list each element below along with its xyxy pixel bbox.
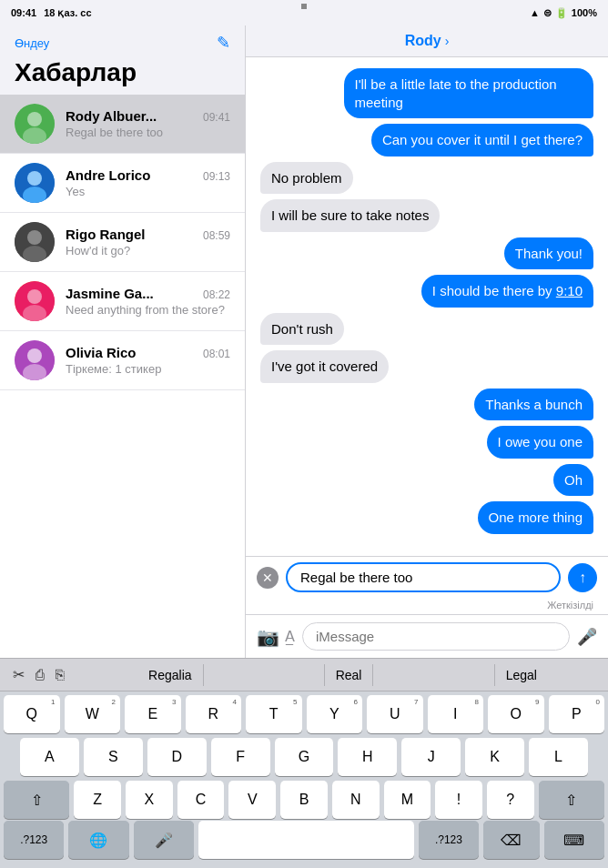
conv-top-olivia: Olivia Rico 08:01 bbox=[66, 345, 230, 360]
key-q[interactable]: 1Q bbox=[4, 695, 60, 733]
cut-icon[interactable]: ✂ bbox=[7, 662, 30, 687]
suggestion-regalia[interactable]: Regalia bbox=[137, 664, 203, 686]
conversation-item-olivia[interactable]: Olivia Rico 08:01 Тіркеме: 1 стикер bbox=[0, 331, 245, 390]
chat-header-name[interactable]: Rody bbox=[405, 33, 441, 49]
delete-key[interactable]: ⌫ bbox=[483, 821, 540, 859]
autocorrect-suggestions: Regalia Real Legal bbox=[77, 664, 608, 686]
conv-name-olivia: Olivia Rico bbox=[66, 345, 137, 360]
key-a[interactable]: A bbox=[20, 738, 79, 776]
suggestion-real[interactable]: Real bbox=[324, 664, 374, 686]
bubble-sent: I owe you one bbox=[487, 426, 593, 459]
editing-row: ✕ ↑ bbox=[246, 556, 608, 598]
key-l[interactable]: L bbox=[529, 738, 588, 776]
send-arrow-icon: ↑ bbox=[579, 570, 586, 586]
microphone-icon[interactable]: 🎤 bbox=[577, 627, 597, 647]
compose-icon[interactable]: ✎ bbox=[217, 33, 230, 53]
bubble-sent: Can you cover it until I get there? bbox=[371, 124, 593, 156]
key-x[interactable]: X bbox=[126, 781, 173, 819]
message-row: Thanks a bunch bbox=[260, 389, 593, 421]
bubble-received: No problem bbox=[260, 162, 353, 195]
key-h[interactable]: H bbox=[338, 738, 397, 776]
edit-input[interactable] bbox=[286, 562, 561, 592]
key-question[interactable]: ? bbox=[487, 781, 534, 819]
conversation-item-jasmine[interactable]: Jasmine Ga... 08:22 Need anything from t… bbox=[0, 272, 245, 331]
suggestion-legal[interactable]: Legal bbox=[494, 664, 548, 686]
conversation-item-andre[interactable]: Andre Lorico 09:13 Yes bbox=[0, 154, 245, 213]
key-row-3: ⇧ Z X C V B N M ! ? ⇧ bbox=[4, 781, 604, 819]
space-key[interactable] bbox=[198, 821, 414, 859]
conv-name-andre: Andre Lorico bbox=[66, 167, 150, 183]
key-z[interactable]: Z bbox=[74, 781, 121, 819]
key-e[interactable]: 3E bbox=[125, 695, 181, 733]
num-sym-key-left[interactable]: .?123 bbox=[4, 821, 64, 859]
bubble-sent: I should be there by 9:10 bbox=[421, 275, 593, 308]
conv-time-jasmine: 08:22 bbox=[203, 288, 230, 301]
signal-icon: ▲ bbox=[530, 7, 540, 18]
apps-icon[interactable]: A̲ bbox=[285, 628, 295, 645]
conv-content-andre: Andre Lorico 09:13 Yes bbox=[66, 167, 230, 198]
key-f[interactable]: F bbox=[211, 738, 270, 776]
key-r[interactable]: 4R bbox=[186, 695, 242, 733]
bubble-sent: Thank you! bbox=[504, 237, 593, 270]
camera-dot bbox=[301, 4, 307, 9]
camera-icon[interactable]: 📷 bbox=[257, 626, 279, 648]
num-sym-key-right[interactable]: .?123 bbox=[419, 821, 479, 859]
autocorrect-bar: ✂ ⎙ ⎘ Regalia Real Legal bbox=[0, 659, 608, 691]
bubble-sent: One more thing bbox=[478, 501, 593, 534]
sidebar-header: Өндеу ✎ bbox=[0, 25, 245, 56]
key-y[interactable]: 6Y bbox=[307, 695, 363, 733]
mic-keyboard-key[interactable]: 🎤 bbox=[134, 821, 194, 859]
key-d[interactable]: D bbox=[147, 738, 207, 776]
message-row: I owe you one bbox=[260, 426, 593, 459]
chevron-right-icon: › bbox=[445, 34, 450, 48]
main-area: Өндеу ✎ Хабарлар Rody bbox=[0, 25, 608, 658]
conv-name-rigo: Rigo Rangel bbox=[66, 227, 146, 242]
key-o[interactable]: 9O bbox=[488, 695, 544, 733]
copy-icon[interactable]: ⎙ bbox=[30, 663, 50, 687]
key-s[interactable]: S bbox=[84, 738, 143, 776]
key-p[interactable]: 0P bbox=[549, 695, 605, 733]
edit-input-wrap bbox=[286, 562, 561, 592]
key-excl[interactable]: ! bbox=[435, 781, 482, 819]
send-button[interactable]: ↑ bbox=[568, 563, 597, 592]
globe-key[interactable]: 🌐 bbox=[68, 821, 128, 859]
conv-preview-rigo: How'd it go? bbox=[66, 244, 230, 257]
key-i[interactable]: 8I bbox=[428, 695, 484, 733]
key-row-2: A S D F G H J K L bbox=[4, 738, 604, 776]
conv-preview-jasmine: Need anything from the store? bbox=[66, 303, 230, 317]
message-row: Thank you! bbox=[260, 237, 593, 270]
key-u[interactable]: 7U bbox=[367, 695, 423, 733]
message-input[interactable] bbox=[302, 622, 570, 651]
keyboard-dismiss-key[interactable]: ⌨ bbox=[544, 821, 604, 859]
message-input-wrap bbox=[302, 622, 570, 651]
conversation-item-rody[interactable]: Rody Albuer... 09:41 Regal be there too bbox=[0, 95, 245, 154]
paste-icon[interactable]: ⎘ bbox=[50, 663, 70, 687]
key-b[interactable]: B bbox=[280, 781, 328, 819]
avatar-jasmine bbox=[15, 281, 55, 321]
conv-top-rody: Rody Albuer... 09:41 bbox=[66, 108, 230, 124]
conv-time-andre: 09:13 bbox=[203, 170, 230, 183]
battery-level: 100% bbox=[572, 7, 597, 18]
key-j[interactable]: J bbox=[401, 738, 461, 776]
key-k[interactable]: K bbox=[465, 738, 524, 776]
key-m[interactable]: M bbox=[384, 781, 431, 819]
conv-time-rigo: 08:59 bbox=[203, 229, 230, 242]
key-t[interactable]: 5T bbox=[246, 695, 302, 733]
conv-top-jasmine: Jasmine Ga... 08:22 bbox=[66, 286, 230, 301]
app-container: Өндеу ✎ Хабарлар Rody bbox=[0, 25, 608, 868]
delivery-label: Жеткізілді bbox=[246, 598, 608, 614]
key-g[interactable]: G bbox=[275, 738, 334, 776]
conversation-item-rigo[interactable]: Rigo Rangel 08:59 How'd it go? bbox=[0, 213, 245, 272]
keyboard-area: ✂ ⎙ ⎘ Regalia Real Legal 1Q 2W 3E 4R 5T … bbox=[0, 658, 608, 868]
key-v[interactable]: V bbox=[228, 781, 276, 819]
edit-button[interactable]: Өндеу bbox=[15, 36, 49, 50]
shift-key[interactable]: ⇧ bbox=[4, 781, 69, 819]
input-left-icons: 📷 A̲ bbox=[257, 626, 295, 648]
key-w[interactable]: 2W bbox=[65, 695, 121, 733]
key-n[interactable]: N bbox=[332, 781, 380, 819]
conv-time-olivia: 08:01 bbox=[203, 348, 230, 360]
shift-key-right[interactable]: ⇧ bbox=[539, 781, 604, 819]
key-c[interactable]: C bbox=[177, 781, 225, 819]
cancel-edit-button[interactable]: ✕ bbox=[257, 567, 279, 589]
autocorrect-tools: ✂ ⎙ ⎘ bbox=[0, 662, 77, 687]
